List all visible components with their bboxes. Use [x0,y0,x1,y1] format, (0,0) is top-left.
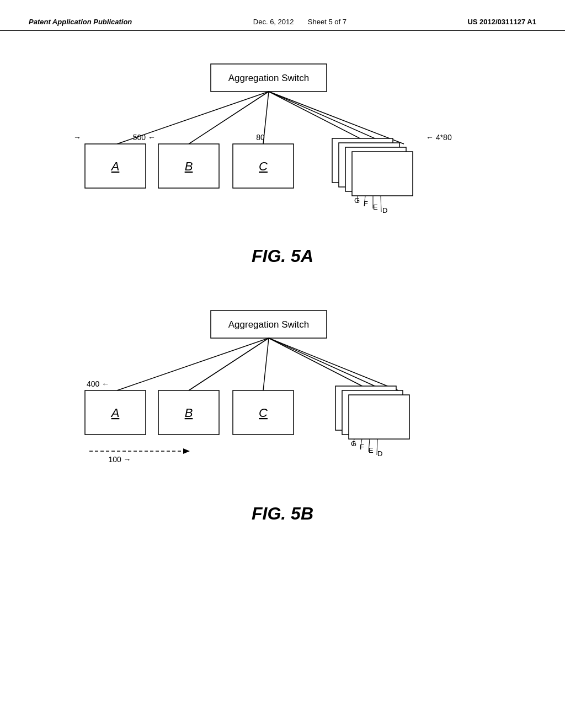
fig5a-nodeC-label: C [259,159,268,173]
page: Patent Application Publication Dec. 6, 2… [0,0,565,728]
fig5a-nodeA-label: A [110,159,120,173]
fig5b-nodeC-label: C [259,406,268,420]
fig5a-label: FIG. 5A [0,246,565,266]
svg-line-24 [269,338,398,390]
svg-line-23 [269,338,385,390]
pub-date: Dec. 6, 2012 [253,18,294,26]
date-sheet: Dec. 6, 2012 Sheet 5 of 7 [253,18,347,26]
svg-line-19 [117,338,269,390]
fig5b-label-d: D [377,449,382,458]
fig5b-nodeA-bw: 400 ← [87,379,109,388]
fig5a-nodeB-label: B [185,159,193,173]
fig5b-migration-arrow [183,448,190,454]
sheet-info: Sheet 5 of 7 [308,18,347,26]
svg-line-22 [269,338,371,390]
svg-line-17 [381,196,381,212]
svg-line-5 [269,92,387,144]
fig5a-label-g: G [354,196,360,205]
publication-type: Patent Application Publication [29,18,132,26]
fig5a-section: Aggregation Switch A 100 → B 500 ← [0,53,565,266]
fig5b-switch-label: Aggregation Switch [228,319,309,330]
patent-number: US 2012/0311127 A1 [467,18,536,26]
fig5a-nodeC-bw: 80 [256,133,265,142]
svg-line-21 [263,338,269,390]
svg-rect-31 [349,395,409,439]
fig5b-nodeB-bw: 100 → [108,455,131,464]
fig5b-diagram: Aggregation Switch A 400 ← B 100 → C [73,299,492,498]
fig5a-label-e: E [373,203,378,211]
svg-line-20 [189,338,269,390]
fig5a-label-d: D [382,206,387,215]
fig5b-label: FIG. 5B [0,504,565,524]
svg-line-6 [269,92,404,144]
fig5b-label-e: E [369,446,374,454]
fig5a-diagram: Aggregation Switch A 100 → B 500 ← [73,53,492,240]
svg-line-4 [269,92,371,144]
fig5a-nodeB-bw: 500 ← [133,133,156,142]
page-header: Patent Application Publication Dec. 6, 2… [0,0,565,31]
fig5b-section: Aggregation Switch A 400 ← B 100 → C [0,299,565,524]
fig5a-nodeA-bw: 100 → [73,133,81,142]
fig5a-stacked-bw: ← 4*80 [426,133,452,142]
svg-rect-13 [352,152,413,196]
fig5b-nodeB-label: B [185,406,193,420]
fig5a-switch-label: Aggregation Switch [228,73,309,83]
fig5b-nodeA-label: A [110,406,120,420]
